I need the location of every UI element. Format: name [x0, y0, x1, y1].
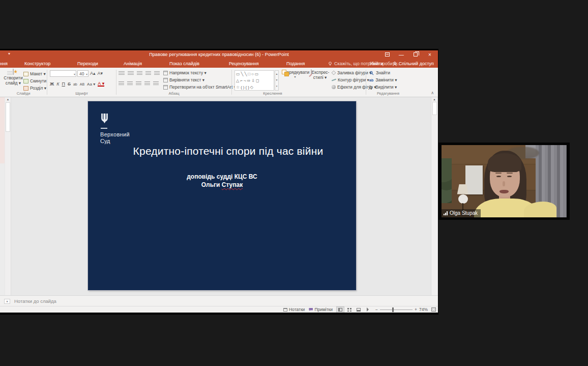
sign-in-button[interactable]: Увійти — [370, 60, 383, 68]
meeting-stage: ▾ Правове регулювання кредитних правовід… — [0, 0, 588, 366]
align-text-button[interactable]: Вирівняти текст ▾ — [163, 76, 236, 83]
tab-animations[interactable]: Анімація — [124, 60, 142, 68]
scrollbar-thumb[interactable] — [6, 102, 10, 132]
share-button[interactable]: Спільний доступ — [393, 60, 434, 68]
editing-group-label: Редагування — [366, 91, 410, 96]
replace-button[interactable]: ab Замінити ▾ — [369, 76, 397, 83]
change-case-button[interactable]: Аа ▾ — [87, 82, 95, 87]
restore-button[interactable] — [413, 50, 419, 60]
hair — [488, 153, 521, 172]
combo-arrow-icon: ▾ — [86, 72, 87, 76]
wall-frame — [465, 165, 483, 194]
comments-toggle-button[interactable]: Примітки — [309, 307, 333, 312]
tab-slideshow[interactable]: Показ слайдів — [169, 60, 199, 68]
tab-insert-partial[interactable]: ння — [0, 60, 8, 68]
logo-divider — [101, 128, 107, 129]
justify-button[interactable] — [144, 81, 150, 86]
slide-subtitle: доповідь судді КЦС ВС Ольги Ступак — [88, 173, 356, 189]
reset-button[interactable]: Скинути — [23, 77, 46, 85]
font-size-combo[interactable]: 40▾ — [77, 70, 89, 77]
strikethrough-button[interactable]: S — [68, 81, 71, 87]
zoom-slider-thumb[interactable] — [392, 307, 394, 312]
fit-to-window-button[interactable] — [431, 307, 436, 312]
window-controls: — × — [384, 50, 436, 60]
columns-button[interactable] — [153, 81, 159, 86]
thumbnail-panel-scrollbar[interactable]: ▲ — [5, 97, 11, 295]
underline-button[interactable]: П — [62, 81, 65, 87]
arrange-button[interactable]: Упорядкувати ▾ — [282, 70, 308, 78]
align-right-button[interactable] — [136, 81, 141, 86]
text-direction-button[interactable]: Напрямок тексту ▾ — [163, 69, 236, 76]
minimize-button[interactable]: — — [398, 50, 404, 60]
tell-me-box[interactable]: Скажіть, що потрібно зробити... — [328, 60, 401, 68]
subtitle-line1: доповідь судді КЦС ВС — [88, 173, 356, 181]
shrink-font-button[interactable]: А▾ — [98, 71, 103, 76]
grow-font-button[interactable]: А▴ — [90, 71, 96, 76]
zoom-slider[interactable] — [380, 307, 413, 312]
scroll-up-icon: ▲ — [5, 97, 11, 102]
line-spacing-button[interactable] — [154, 71, 160, 76]
ribbon: Створити слайд ▾ Макет ▾ Скинути Розділ … — [0, 68, 438, 97]
notes-collapse-handle[interactable]: ▾ — [4, 299, 10, 304]
collapse-ribbon-button[interactable]: ∧ — [431, 91, 434, 95]
tab-design[interactable]: Конструктор — [24, 60, 50, 68]
layout-button[interactable]: Макет ▾ — [23, 70, 46, 77]
quick-styles-button[interactable]: Експрес- стилі ▾ — [309, 70, 331, 80]
bullets-button[interactable] — [119, 71, 125, 76]
align-center-button[interactable] — [127, 81, 133, 86]
bold-button[interactable]: Ж — [50, 81, 54, 87]
select-button[interactable]: Виділити ▾ — [369, 83, 397, 91]
slide-canvas[interactable]: Верховний Суд Кредитно-іпотечні спори пі… — [88, 101, 356, 290]
numbering-button[interactable] — [128, 71, 134, 76]
participant-video-tile[interactable]: Olga Stupak — [438, 143, 570, 220]
quick-styles-label2: стилі ▾ — [309, 75, 331, 80]
reset-icon — [23, 79, 28, 83]
slide-sorter-view-button[interactable] — [346, 307, 353, 313]
font-name-combo[interactable]: ▾ — [50, 70, 76, 77]
zoom-in-button[interactable]: + — [415, 307, 417, 312]
new-slide-button[interactable]: Створити слайд ▾ — [3, 69, 23, 86]
notes-panel[interactable]: ▾ Нотатки до слайда — [0, 295, 438, 306]
shape-outline-label: Контур фігури ▾ — [338, 77, 369, 82]
character-spacing-button[interactable]: АВ — [80, 82, 84, 86]
decrease-indent-button[interactable] — [137, 71, 142, 76]
tab-review[interactable]: Рецензування — [229, 60, 259, 68]
notes-toggle-button[interactable]: Нотатки — [283, 307, 305, 312]
subtitle-line2: Ольги Ступак — [88, 181, 356, 189]
slide-scrollbar[interactable]: ▲ ▼ ▲▲ ▼▼ — [431, 97, 437, 295]
close-button[interactable]: × — [427, 50, 433, 60]
paragraph-group-label: Абзац — [116, 91, 231, 96]
drawing-group: ▭╲╲□○▭ △⌐¬⇨⇩◻ ☆(){}◇ ▲ ▼ ▾ Упорядкувати … — [232, 68, 366, 97]
shapes-gallery[interactable]: ▭╲╲□○▭ △⌐¬⇨⇩◻ ☆(){}◇ — [234, 70, 274, 91]
align-left-button[interactable] — [119, 81, 124, 86]
shapes-gallery-scroll[interactable]: ▲ ▼ ▾ — [275, 70, 279, 91]
ribbon-display-options-button[interactable] — [384, 50, 390, 60]
shape-fill-icon — [331, 70, 336, 75]
comments-toggle-label: Примітки — [314, 307, 333, 312]
scrollbar-thumb[interactable] — [432, 102, 437, 115]
shapes-row: △⌐¬⇨⇩◻ — [236, 77, 273, 84]
comments-toggle-icon — [309, 308, 313, 311]
shapes-scroll-down-icon: ▼ — [275, 77, 278, 83]
text-shadow-button[interactable]: ab — [73, 82, 77, 86]
zoom-percentage[interactable]: 74% — [419, 307, 429, 312]
slideshow-view-button[interactable] — [364, 307, 371, 313]
font-color-button[interactable]: А ▾ — [98, 81, 104, 87]
thumbnail-panel-edge[interactable] — [0, 97, 5, 295]
smartart-convert-button[interactable]: Перетворити на об'єкт SmartArt ▾ — [163, 83, 236, 91]
reading-view-button[interactable] — [355, 307, 362, 313]
quick-styles-icon — [311, 69, 312, 75]
tab-transitions[interactable]: Переходи — [77, 60, 98, 68]
lamp-globe — [458, 194, 467, 204]
notes-toggle-label: Нотатки — [289, 307, 305, 312]
zoom-out-button[interactable]: − — [375, 307, 378, 312]
tab-view[interactable]: Подання — [286, 60, 305, 68]
find-button[interactable]: Знайти — [369, 69, 397, 76]
section-button[interactable]: Розділ ▾ — [23, 85, 46, 92]
normal-view-button[interactable] — [337, 307, 344, 313]
italic-button[interactable]: К — [56, 81, 59, 87]
face-feature — [495, 173, 502, 174]
increase-indent-button[interactable] — [145, 71, 151, 76]
scroll-up-icon: ▲ — [431, 98, 437, 101]
text-direction-label: Напрямок тексту ▾ — [169, 70, 207, 75]
